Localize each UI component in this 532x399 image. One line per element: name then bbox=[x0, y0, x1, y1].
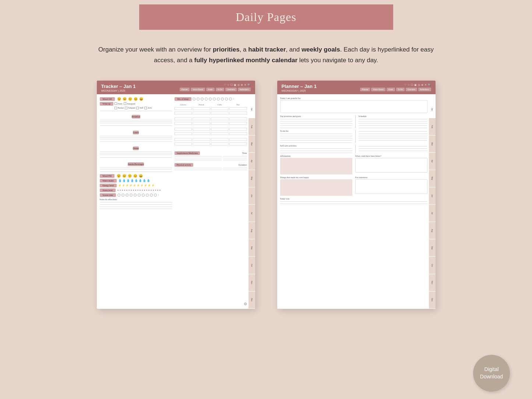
p-month-mar[interactable]: Mar bbox=[429, 135, 436, 153]
scl7 bbox=[359, 134, 427, 134]
tracker-icons: ♡ ☆ ☐ ▣ ◎ ⊕ ✕ 🔍 bbox=[224, 84, 251, 86]
sup-name1 bbox=[175, 156, 222, 156]
stress-label: Stress level bbox=[100, 188, 116, 192]
icon2: ☆ bbox=[227, 84, 229, 86]
bm4 bbox=[229, 107, 247, 110]
sc2 bbox=[121, 194, 124, 197]
dm5 bbox=[175, 132, 192, 135]
cb-energized-label: Energized bbox=[127, 103, 135, 105]
scl11 bbox=[359, 146, 427, 146]
month-jan[interactable]: Jan bbox=[249, 101, 255, 118]
cb-fatigued-label: Fatigued bbox=[128, 107, 135, 109]
mood-am-row: Mood AM 😟 😐 🙂 😊 😄 bbox=[100, 97, 172, 101]
sc5 bbox=[134, 194, 137, 197]
tracker-nav-planner[interactable]: Planner bbox=[180, 88, 190, 91]
bl2 bbox=[100, 121, 172, 122]
p-month-apr[interactable]: Apr bbox=[429, 153, 436, 170]
tracker-nav-reflections[interactable]: Reflections bbox=[238, 88, 251, 91]
month-feb[interactable]: Feb bbox=[249, 118, 255, 135]
dl1 bbox=[100, 152, 172, 152]
tl2 bbox=[280, 136, 352, 136]
emoji4: 😊 bbox=[134, 97, 138, 101]
affirmation-box bbox=[280, 158, 352, 174]
notes-section: Notes & reflections bbox=[100, 198, 172, 209]
activity-header: Physical activity Duration bbox=[175, 163, 247, 167]
schedule-lines bbox=[359, 119, 427, 128]
p-month-sep[interactable]: Sep bbox=[429, 239, 436, 257]
tracker-left-col: Mood AM 😟 😐 🙂 😊 😄 Woke up bbox=[100, 97, 172, 209]
month-aug[interactable]: Aug bbox=[249, 222, 255, 239]
supplements-header: Supplements/Medicines Time bbox=[175, 151, 247, 155]
scl3 bbox=[359, 123, 427, 124]
dinner-lines bbox=[100, 152, 172, 155]
p-month-oct[interactable]: Oct bbox=[429, 257, 436, 274]
settings-icon[interactable]: ⚙ bbox=[244, 302, 247, 306]
month-apr[interactable]: Apr bbox=[249, 153, 255, 170]
scal2 bbox=[280, 151, 352, 151]
mood-am-label: Mood AM bbox=[100, 97, 115, 101]
icon6: ⊕ bbox=[241, 84, 243, 86]
snacks-section: Snacks/Beverages bbox=[100, 160, 172, 169]
sleep-label: Hrs. of sleep bbox=[175, 97, 192, 101]
p-icon4: ▣ bbox=[414, 84, 417, 86]
planner-nav-vision[interactable]: Vision Board bbox=[371, 88, 385, 91]
badge-line2: Download bbox=[480, 373, 503, 381]
month-jun[interactable]: Jun bbox=[249, 187, 255, 205]
desc-part2: , a bbox=[240, 46, 249, 53]
p-month-feb[interactable]: Feb bbox=[429, 118, 436, 135]
lm1 bbox=[175, 117, 192, 120]
tomorrow-col: For tomorrow bbox=[355, 176, 427, 196]
sup-line3 bbox=[175, 160, 247, 160]
p-month-jul[interactable]: Jul bbox=[429, 205, 436, 222]
p-month-dec[interactable]: Dec bbox=[429, 292, 436, 309]
breakfast-header: Breakfast bbox=[100, 112, 172, 119]
planner-subtitle: WEDNESDAY | 2025 bbox=[282, 89, 317, 92]
tw1 bbox=[280, 201, 427, 202]
month-sep[interactable]: Sep bbox=[249, 239, 255, 257]
p-month-may[interactable]: May bbox=[429, 170, 436, 187]
snack-macros bbox=[175, 138, 247, 146]
snacks-lines bbox=[100, 167, 172, 169]
nl4 bbox=[100, 209, 172, 209]
month-may[interactable]: May bbox=[249, 170, 255, 187]
cb-achy-label: Achy bbox=[148, 107, 152, 109]
p-month-nov[interactable]: Nov bbox=[429, 274, 436, 292]
scl4 bbox=[359, 126, 427, 126]
lunch-lines bbox=[100, 136, 172, 139]
planner-nav-planner[interactable]: Planner bbox=[360, 88, 370, 91]
sl-c8 bbox=[221, 98, 224, 100]
divider3 bbox=[100, 141, 172, 142]
priorities-label: Top priorities and goals bbox=[280, 115, 352, 117]
snacks-label: Snacks/Beverages bbox=[128, 162, 144, 166]
scl10 bbox=[359, 140, 427, 141]
cb-neutral: Neutral bbox=[114, 107, 124, 109]
sl-c7 bbox=[217, 98, 220, 100]
planner-nav-overview[interactable]: Overview bbox=[406, 88, 417, 91]
month-nov[interactable]: Nov bbox=[249, 274, 255, 292]
planner-nav-todo[interactable]: To-Do bbox=[396, 88, 405, 91]
tracker-nav-overview[interactable]: Overview bbox=[225, 88, 237, 91]
sl-c5 bbox=[209, 98, 212, 100]
tracker-nav-vision[interactable]: Vision Board bbox=[191, 88, 205, 91]
sc4 bbox=[130, 194, 133, 197]
p-month-jan[interactable]: Jan bbox=[429, 101, 436, 118]
p-month-jun[interactable]: Jun bbox=[429, 187, 436, 205]
month-mar[interactable]: Mar bbox=[249, 135, 255, 153]
bl3 bbox=[100, 123, 172, 123]
macro-carbs: Carbs bbox=[211, 104, 229, 106]
month-jul[interactable]: Jul bbox=[249, 205, 255, 222]
tracker-nav-goals[interactable]: Goals bbox=[206, 88, 215, 91]
planner-nav-reflections[interactable]: Reflections bbox=[418, 88, 431, 91]
planner-header-left: Planner – Jan 1 WEDNESDAY | 2025 bbox=[282, 84, 317, 92]
screen-row: Screen time bbox=[100, 193, 172, 197]
todo-label: To-do list bbox=[280, 130, 352, 132]
pm-emoji2: 😐 bbox=[122, 174, 126, 178]
sm6 bbox=[193, 142, 210, 145]
tracker-nav-todo[interactable]: To-Do bbox=[216, 88, 224, 91]
planner-nav-goals[interactable]: Goals bbox=[387, 88, 395, 91]
icon1: ♡ bbox=[224, 84, 226, 86]
p-month-aug[interactable]: Aug bbox=[429, 222, 436, 239]
lunch-header: Lunch bbox=[100, 128, 172, 135]
month-dec[interactable]: Dec bbox=[249, 292, 255, 309]
month-oct[interactable]: Oct bbox=[249, 257, 255, 274]
